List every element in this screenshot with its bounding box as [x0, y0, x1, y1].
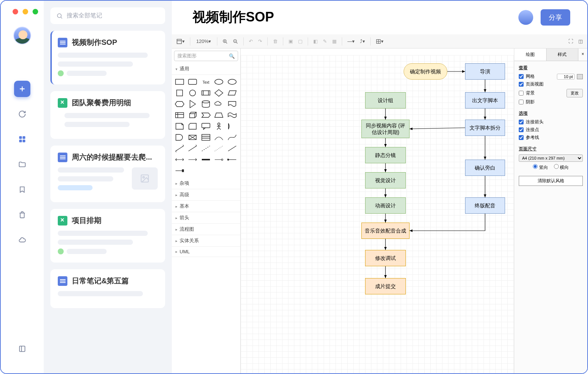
close-window[interactable] [13, 9, 18, 14]
table-icon[interactable]: ▾ [374, 37, 386, 46]
page-size-select[interactable]: A4 (210 mm x 297 mm) [519, 154, 583, 162]
shape-category[interactable]: 实体关系 [172, 235, 240, 247]
delete-icon[interactable]: 🗑 [271, 37, 280, 46]
window-controls[interactable] [13, 9, 38, 14]
close-panel-icon[interactable]: × [578, 49, 587, 61]
minimize-window[interactable] [23, 9, 28, 14]
zoom-in-icon[interactable] [220, 37, 230, 46]
shape-line-dot[interactable] [214, 144, 224, 153]
guide-checkbox[interactable] [519, 135, 524, 140]
shape-cyl[interactable] [201, 100, 211, 108]
maximize-window[interactable] [33, 9, 38, 14]
shape-ellipse2[interactable] [227, 78, 237, 86]
background-checkbox[interactable] [519, 91, 524, 96]
line-color-icon[interactable]: ✎ [321, 37, 329, 46]
shape-ellipse[interactable] [214, 78, 224, 86]
panel-toggle-icon[interactable] [14, 341, 30, 357]
shape-circle[interactable] [188, 89, 197, 97]
shape-arrow-bi[interactable] [175, 144, 184, 153]
zoom-select[interactable]: 120% ▾ [193, 38, 214, 45]
user-avatar[interactable] [13, 27, 31, 44]
shape-process[interactable] [201, 89, 211, 97]
clear-style-button[interactable]: 清除默认风格 [519, 176, 583, 186]
shape-category[interactable]: 箭头 [172, 212, 240, 224]
shape-or[interactable] [227, 122, 237, 130]
shape-category[interactable]: 高级 [172, 189, 240, 201]
waypoint-icon[interactable]: ⤴▾ [358, 37, 367, 46]
to-front-icon[interactable]: ▣ [286, 37, 295, 46]
trash-icon[interactable] [14, 207, 30, 223]
landscape-radio[interactable] [554, 164, 559, 169]
shape-diamond[interactable] [214, 89, 224, 97]
shape-rect[interactable] [175, 78, 184, 86]
tab-draw[interactable]: 绘图 [514, 49, 547, 61]
conn-point-checkbox[interactable] [519, 127, 524, 132]
shape-parallel[interactable] [227, 89, 237, 97]
shape-list[interactable] [201, 133, 211, 141]
shape-category[interactable]: 流程图 [172, 224, 240, 235]
flowchart-node[interactable]: 同步视频内容 (评估设计周期) [361, 120, 410, 138]
shape-data[interactable] [188, 133, 197, 141]
shape-and[interactable] [175, 133, 184, 141]
shape-rounded[interactable] [188, 78, 197, 86]
shape-connector1[interactable] [214, 156, 224, 164]
share-button[interactable]: 分享 [541, 9, 570, 26]
shape-category[interactable]: 基本 [172, 201, 240, 212]
shape-doc[interactable] [227, 100, 237, 108]
shape-step[interactable] [201, 111, 211, 119]
shape-bold-line[interactable] [201, 156, 211, 164]
shape-callout[interactable] [201, 122, 211, 130]
shape-text[interactable]: Text [201, 78, 211, 86]
undo-icon[interactable]: ↶ [247, 37, 255, 46]
cloud-icon[interactable] [14, 232, 30, 248]
grid-view-icon[interactable] [14, 131, 30, 147]
note-item[interactable]: 周六的时候提醒要去爬... [50, 146, 165, 202]
shape-arrow[interactable] [188, 144, 197, 153]
grid-size-input[interactable] [557, 74, 575, 80]
shape-trap[interactable] [214, 111, 224, 119]
format-panel-toggle[interactable]: ◫ [576, 37, 585, 46]
tab-style[interactable]: 样式 [547, 49, 579, 61]
portrait-radio[interactable] [533, 164, 538, 169]
shape-link[interactable] [188, 156, 197, 164]
folder-icon[interactable] [14, 156, 30, 173]
to-back-icon[interactable]: ▢ [296, 37, 305, 46]
shape-category[interactable]: UML [172, 247, 240, 257]
collaborator-avatar[interactable] [518, 10, 533, 25]
note-item[interactable]: 项目排期 [50, 209, 165, 263]
shape-connector2[interactable] [227, 156, 237, 164]
shape-tri[interactable] [188, 100, 197, 108]
shape-cloud[interactable] [214, 100, 224, 108]
shape-line-s[interactable] [227, 133, 237, 141]
shape-line-dash[interactable] [201, 144, 211, 153]
shape-hex[interactable] [175, 100, 184, 108]
shape-cube[interactable] [188, 111, 197, 119]
view-menu[interactable]: ▾ [174, 37, 187, 46]
redo-icon[interactable]: ↷ [256, 37, 264, 46]
search-input[interactable]: 搜索全部笔记 [50, 7, 165, 24]
zoom-out-icon[interactable] [231, 37, 240, 46]
conn-arrow-checkbox[interactable] [519, 120, 524, 124]
bookmark-icon[interactable] [14, 181, 30, 198]
note-item[interactable]: 团队聚餐费用明细 [50, 91, 165, 139]
change-bg-button[interactable]: 更改 [567, 89, 583, 97]
shadow-checkbox[interactable] [519, 100, 524, 104]
shape-category[interactable]: 杂项 [172, 178, 240, 189]
shape-tape[interactable] [227, 111, 237, 119]
shape-card[interactable] [188, 122, 197, 130]
grid-checkbox[interactable] [519, 74, 524, 79]
flowchart-node[interactable]: 成片提交 [365, 278, 406, 294]
shape-square[interactable] [175, 89, 184, 97]
shape-line-curve[interactable] [214, 133, 224, 141]
note-item[interactable]: 视频制作SOP [50, 31, 165, 84]
shadow-icon[interactable]: ▦ [330, 37, 339, 46]
shape-search-input[interactable]: 搜索图形 🔍 [174, 51, 238, 61]
new-note-button[interactable] [14, 81, 30, 97]
shape-category[interactable]: 通用 [172, 63, 240, 75]
sync-icon[interactable] [14, 106, 30, 122]
connection-icon[interactable]: —▾ [345, 37, 357, 46]
shape-connector3[interactable] [175, 167, 184, 175]
shape-line[interactable] [227, 144, 237, 153]
shape-link-bi[interactable] [175, 156, 184, 164]
shape-note[interactable] [175, 122, 184, 130]
